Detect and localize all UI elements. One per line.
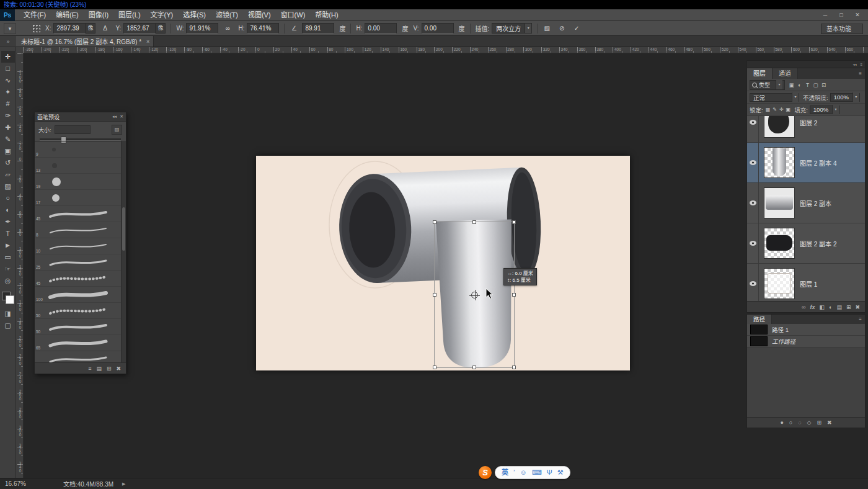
transform-handle[interactable] xyxy=(433,220,436,224)
delete-path-icon[interactable]: ✖ xyxy=(827,419,832,426)
filter-shape-layers-icon[interactable]: ▢ xyxy=(812,82,820,88)
layer-row[interactable]: 图层 2 xyxy=(747,116,865,143)
tab-channels[interactable]: 通道 xyxy=(773,68,798,79)
screen-mode-button[interactable]: ▢ xyxy=(1,320,15,331)
panel-collapse-icon[interactable]: ◂◂ xyxy=(112,114,117,119)
brush-preset[interactable]: 100 xyxy=(35,287,121,303)
layer-visibility-toggle[interactable] xyxy=(747,183,759,223)
minimize-button[interactable]: ─ xyxy=(817,9,833,21)
ime-emoji-icon[interactable]: ☺ xyxy=(520,467,526,478)
fill-path-icon[interactable]: ● xyxy=(780,419,783,426)
layer-visibility-toggle[interactable] xyxy=(747,116,759,142)
brush-preset[interactable]: 13 xyxy=(35,158,121,174)
workspace-switcher[interactable]: 基本功能 xyxy=(821,24,863,34)
move-tool[interactable]: ✛ xyxy=(1,51,15,63)
transform-handle[interactable] xyxy=(433,366,436,369)
quick-mask-button[interactable]: ◨ xyxy=(1,308,15,320)
lock-transparency-icon[interactable]: ▦ xyxy=(766,107,771,112)
height-field[interactable]: 76.41% xyxy=(247,23,279,34)
zoom-tool[interactable]: ◎ xyxy=(1,275,15,287)
interpolation-select[interactable]: 两次立方 ▾ xyxy=(492,23,532,34)
eraser-tool[interactable]: ▱ xyxy=(1,169,15,181)
new-group-icon[interactable]: ▤ xyxy=(836,304,842,310)
path-row[interactable]: 工作路径 xyxy=(747,336,865,348)
close-button[interactable]: ✕ xyxy=(849,9,866,21)
new-path-icon[interactable]: ⊞ xyxy=(817,419,822,426)
transform-handle[interactable] xyxy=(512,366,516,369)
warp-mode-toggle[interactable]: ▧ xyxy=(541,24,552,34)
cancel-transform-button[interactable]: ⊘ xyxy=(556,24,567,34)
gradient-tool[interactable]: ▨ xyxy=(1,181,15,192)
panel-strip-menu-icon[interactable]: ≡ xyxy=(860,63,862,66)
opacity-select[interactable]: 100% ▾ xyxy=(830,93,860,102)
transform-reference-point[interactable] xyxy=(471,292,478,298)
transform-handle[interactable] xyxy=(472,366,476,369)
brush-tool[interactable]: ✎ xyxy=(1,133,15,145)
lock-pixels-icon[interactable]: ✎ xyxy=(773,107,777,112)
blend-mode-select[interactable]: 正常 ▾ xyxy=(750,93,799,102)
menu-item[interactable]: 视图(V) xyxy=(243,9,276,21)
eyedropper-tool[interactable]: ✑ xyxy=(1,110,15,122)
document-tab[interactable]: 未标题-1 @ 16.7% (图层 2 副本 4, RGB/8) * × xyxy=(16,36,154,47)
tab-close-icon[interactable]: × xyxy=(146,38,149,45)
background-color-swatch[interactable] xyxy=(6,295,14,304)
ime-logo[interactable]: S xyxy=(479,466,492,479)
brush-preset[interactable]: 45 xyxy=(35,271,121,287)
v-skew-field[interactable]: 0.00 xyxy=(422,23,454,34)
transform-handle[interactable] xyxy=(512,220,516,224)
stroke-path-icon[interactable]: ○ xyxy=(789,419,792,426)
filter-smart-objects-icon[interactable]: ⊡ xyxy=(820,82,828,88)
brush-panel-toggle-button[interactable]: ▤ xyxy=(112,125,122,135)
menu-item[interactable]: 文字(Y) xyxy=(146,9,179,21)
menu-item[interactable]: 编辑(E) xyxy=(51,9,84,21)
layer-effects-icon[interactable]: fx xyxy=(810,304,815,310)
hand-tool[interactable]: ☞ xyxy=(1,263,15,275)
x-position-field[interactable]: 2897.39 xyxy=(53,23,86,34)
dodge-tool[interactable]: ◐ xyxy=(1,204,15,216)
shape-tool[interactable]: ▭ xyxy=(1,251,15,263)
tab-layers[interactable]: 图层 xyxy=(747,68,773,79)
vector-mask-icon[interactable]: ◇ xyxy=(807,419,812,426)
clone-stamp-tool[interactable]: ▣ xyxy=(1,145,15,157)
new-layer-icon[interactable]: ⊞ xyxy=(846,304,851,310)
quick-selection-tool[interactable]: ✦ xyxy=(1,86,15,98)
brush-preset[interactable]: 17 xyxy=(35,190,121,206)
layer-row[interactable]: 图层 1 xyxy=(747,264,865,301)
transform-handle[interactable] xyxy=(433,293,436,297)
brush-preset[interactable]: 25 xyxy=(35,254,121,271)
brush-preset[interactable]: 9 xyxy=(35,141,121,158)
brush-thumbnail-view-icon[interactable]: ▤ xyxy=(96,366,102,372)
brush-preset[interactable]: 65 xyxy=(35,335,121,351)
y-position-field[interactable]: 1852.67 xyxy=(123,23,156,34)
menu-item[interactable]: 图像(I) xyxy=(84,9,113,21)
marquee-tool[interactable]: □ xyxy=(1,63,15,74)
lock-position-icon[interactable]: ✛ xyxy=(779,107,784,112)
fill-select[interactable]: 100% ▾ xyxy=(810,105,839,114)
brush-preset[interactable]: 50 xyxy=(35,319,121,335)
menu-item[interactable]: 滤镜(T) xyxy=(211,9,243,21)
new-adjustment-layer-icon[interactable]: ◐ xyxy=(829,304,832,310)
paths-panel-menu-icon[interactable]: ≡ xyxy=(859,316,865,322)
layer-row[interactable]: 图层 2 副本 4 xyxy=(747,143,865,183)
type-tool[interactable]: T xyxy=(1,228,15,240)
add-layer-mask-icon[interactable]: ◧ xyxy=(819,304,825,310)
status-expand-icon[interactable]: ▶ xyxy=(122,482,125,487)
menu-item[interactable]: 帮助(H) xyxy=(310,9,343,21)
collapse-panels-icon[interactable]: ◂◂ xyxy=(852,62,856,66)
filter-adjustment-layers-icon[interactable]: ◐ xyxy=(795,82,804,88)
toolbar-collapse[interactable]: » xyxy=(0,36,16,47)
delete-brush-icon[interactable]: ✖ xyxy=(116,366,121,372)
relative-position-toggle[interactable]: Δ xyxy=(99,24,110,34)
delete-layer-icon[interactable]: ✖ xyxy=(855,304,860,310)
width-field[interactable]: 91.91% xyxy=(186,23,218,34)
filter-kind-select[interactable]: 类型 ▾ xyxy=(750,80,785,90)
brush-preset[interactable]: 50 xyxy=(35,303,121,319)
load-path-selection-icon[interactable]: ◌ xyxy=(798,419,801,426)
layer-row[interactable]: 图层 2 副本 2 xyxy=(747,223,865,264)
tab-paths[interactable]: 路径 xyxy=(747,315,772,324)
ime-punctuation-icon[interactable]: ’ xyxy=(513,467,515,478)
path-row[interactable]: 路径 1 xyxy=(747,324,865,336)
commit-transform-button[interactable]: ✓ xyxy=(571,24,582,34)
layer-visibility-toggle[interactable] xyxy=(747,223,759,263)
maximize-button[interactable]: □ xyxy=(833,9,849,21)
